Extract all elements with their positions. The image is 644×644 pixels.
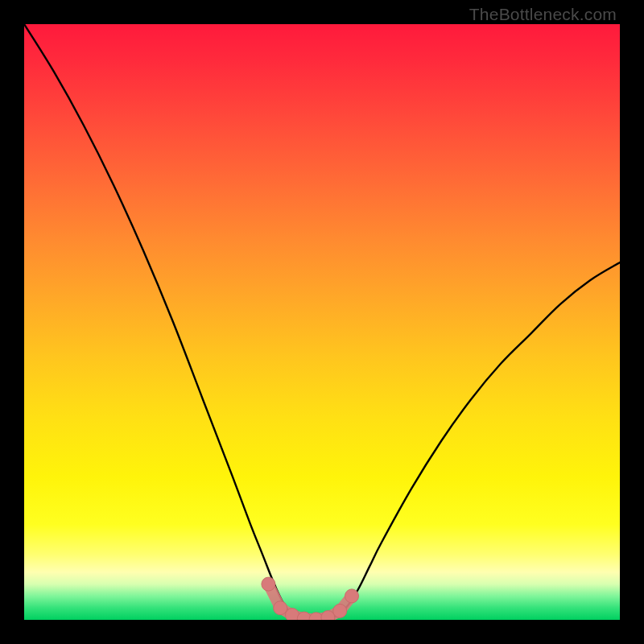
optimal-dot (274, 601, 287, 615)
bottleneck-curve (24, 24, 620, 620)
watermark-text: TheBottleneck.com (469, 5, 617, 24)
optimal-dot (333, 604, 347, 617)
optimal-dot (262, 577, 275, 591)
optimal-range-dots (262, 577, 359, 620)
optimal-dot (345, 589, 359, 603)
bottleneck-curve-svg (24, 24, 620, 620)
plot-area (24, 24, 620, 620)
chart-frame: TheBottleneck.com (0, 0, 644, 644)
